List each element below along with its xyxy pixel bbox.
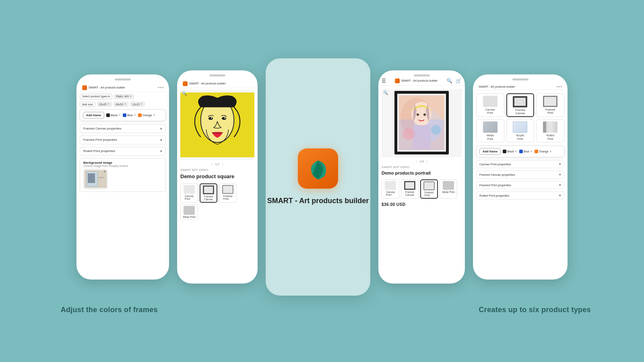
logo-svg [304,154,332,183]
phone4-topbar: ☰ SMART - Art products builder 🔍 🛒 [378,76,465,86]
nav-row-4: ‹ 1/9 › [382,160,462,163]
app-logo [298,148,338,189]
bg-preview[interactable]: room ✕ [83,169,107,189]
price-label: $36.00 USD [382,202,462,207]
accordion-framed-canvas[interactable]: Framed Canvas properties ▾ [80,124,166,133]
svg-point-8 [222,117,226,119]
cart-icon[interactable]: 🛒 [456,78,462,84]
frame-colors-row-5: Add frame Black ✕ Blue ✕ Orange ✕ [476,146,564,157]
type-canvas[interactable]: CanvasPrint [180,183,198,203]
add-frame-button[interactable]: Add frame [83,112,104,119]
svg-point-9 [211,117,212,119]
svg-point-10 [224,117,225,119]
phone-portrait-demo: ☰ SMART - Art products builder 🔍 🛒 🔍 [378,70,465,284]
acc5-framed-print[interactable]: Framed Print properties ▾ [476,181,564,189]
filter-row: Select product types ▾ Ratio: 4x5 ✕ [80,94,166,99]
accordion-rolled-print[interactable]: Rolled Print properties ▾ [80,147,166,156]
phone-product-square: SMART - Art products builder [177,70,258,284]
center-logo-title: SMART - Art products builder [267,197,369,206]
add-size-btn[interactable]: Add size [80,102,95,107]
portrait-image-area: 🔍 [382,89,462,157]
product-title: Demo product square [180,173,254,179]
type-lg-framed-canvas[interactable]: FramedCanvas [506,93,535,117]
phone2-topbar: SMART - Art products builder [180,80,254,88]
topbar-icons: 🔍 🛒 [446,78,462,84]
bg-delete[interactable]: ✕ [103,170,106,173]
right-label: Creates up to six product types [442,306,628,314]
app-icon-4 [395,78,400,83]
color-blue-5[interactable]: Blue ✕ [519,150,533,153]
phone1-title: SMART - Art products builder [89,86,125,89]
product-type-select[interactable]: Select product types ▾ [80,94,112,99]
add-frame-button-5[interactable]: Add frame [479,148,501,155]
type-lg-canvas[interactable]: CanvasPrint [476,93,504,117]
type-framed-print-4[interactable]: FramedPrint [420,179,438,199]
bg-sublabel: Choose image from Shopify content [83,165,162,167]
demo-label-4: SMART APP DEMO [382,166,462,169]
phone4-title: SMART - Art products builder [401,79,438,82]
bg-label: Background image [83,161,162,165]
product-types-4: CanvasPrint FramedCanvas FramedPrint Met… [382,179,462,199]
svg-point-24 [431,125,441,135]
color-black[interactable]: Black ✕ [106,113,121,117]
app-icon [82,85,87,90]
hamburger-icon[interactable]: ☰ [382,78,386,84]
app-icon-2 [183,81,188,86]
frame-colors-row: Add frame Black ✕ Blue ✕ Orange ✕ [80,109,166,121]
phone5-title: SMART - Art products builder [479,85,515,88]
acc5-canvas[interactable]: Canvas Print properties ▾ [476,160,564,168]
type-lg-metal[interactable]: MetalPrint [476,119,504,142]
svg-rect-3 [88,173,95,183]
type-framed-canvas[interactable]: FramedCanvas [200,183,217,203]
menu-dots-5[interactable] [557,86,562,87]
accordion-framed-print[interactable]: Framed Print properties ▾ [80,136,166,144]
phone-center-logo: SMART - Art products builder [266,58,370,296]
color-black-5[interactable]: Black ✕ [503,150,517,153]
svg-point-7 [208,117,213,119]
product-artwork [180,90,254,160]
size-tag-1[interactable]: 20x25 ✕ [97,102,112,107]
color-blue[interactable]: Blue ✕ [123,113,136,117]
type-metal[interactable]: Metal Print [180,204,198,220]
color-orange[interactable]: Orange ✕ [138,113,155,117]
type-lg-acrylic[interactable]: AcrylicPrint [506,119,535,142]
svg-point-21 [423,113,426,116]
size-tag-2[interactable]: 40x50 ✕ [114,102,128,107]
type-framed-print[interactable]: FramedPrint [219,183,237,203]
ratio-tag[interactable]: Ratio: 4x5 ✕ [114,94,134,99]
size-tag-3[interactable]: 12x15 ✕ [130,102,145,107]
color-orange-5[interactable]: Orange ✕ [535,150,551,153]
type-framed-canvas-4[interactable]: FramedCanvas [401,179,419,199]
svg-rect-22 [413,125,430,149]
type-metal-4[interactable]: Metal Print [440,179,457,199]
phone-adjust-colors: SMART - Art products builder Select prod… [76,74,169,280]
phone5-topbar: SMART - Art products builder [476,84,564,90]
type-lg-rolled[interactable]: RolledPrint [536,119,564,142]
product-types: CanvasPrint FramedCanvas FramedPrint Met… [180,183,254,220]
acc5-rolled-print[interactable]: Rolled Print properties ▾ [476,191,564,200]
demo-label: SMART APP DEMO [180,169,254,171]
phone-six-types: SMART - Art products builder CanvasPrint [473,74,568,280]
nav-row: ‹ 1/7 › [180,162,254,166]
acc5-framed-canvas[interactable]: Framed Canvas properties ▾ [476,171,564,179]
svg-point-23 [402,128,415,140]
product-image-area: 🔍 [180,90,254,160]
portrait-artwork [392,90,451,156]
search-icon[interactable]: 🔍 [446,78,452,84]
phone2-title: SMART - Art products builder [189,82,226,85]
six-types-grid: CanvasPrint FramedCanvas FramedPrint [476,93,564,143]
zoom-icon-4[interactable]: 🔍 [383,90,388,95]
product-title-4: Demo products portrait [382,171,462,175]
phone1-topbar: SMART - Art products builder [80,84,166,92]
svg-text:room: room [98,176,104,179]
svg-point-20 [417,113,419,116]
type-canvas-4[interactable]: CanvasPrint [382,179,399,199]
left-label: Adjust the colors of frames [16,306,202,314]
menu-dots[interactable] [158,87,163,88]
size-tags-row: Add size 20x25 ✕ 40x50 ✕ 12x15 ✕ [80,102,166,107]
zoom-icon[interactable]: 🔍 [182,91,187,96]
type-lg-framed-print[interactable]: FramedPrint [536,93,564,117]
bottom-labels: Adjust the colors of frames Creates up t… [0,300,644,316]
background-image-section: Background image Choose image from Shopi… [80,158,166,192]
